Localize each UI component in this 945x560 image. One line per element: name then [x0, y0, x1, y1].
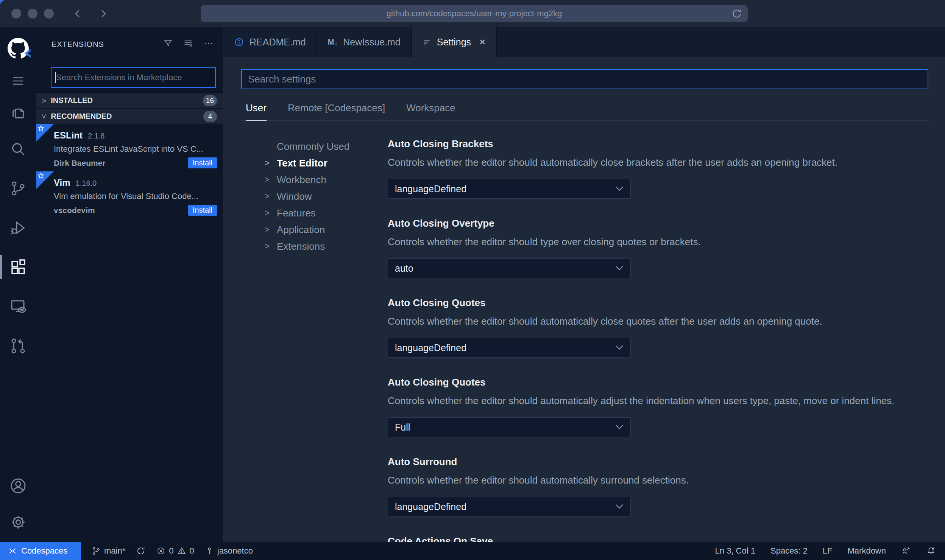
back-icon[interactable] [72, 8, 83, 19]
install-button[interactable]: Install [188, 157, 217, 168]
url-text: github.com/codespaces/user-my-project-mg… [387, 9, 562, 19]
extensions-icon[interactable] [0, 247, 36, 287]
url-bar[interactable]: github.com/codespaces/user-my-project-mg… [201, 5, 748, 22]
tab-readme[interactable]: README.md [223, 27, 317, 57]
traffic-light-zoom[interactable] [44, 9, 54, 19]
tab-settings[interactable]: Settings × [412, 27, 497, 57]
scope-tab-user[interactable]: User [246, 102, 267, 121]
tab-label: NewIssue.md [343, 37, 400, 48]
signed-in-user[interactable]: jasonetco [205, 546, 253, 556]
extension-card-eslint[interactable]: ESLint 2.1.8 Integrates ESLint JavaScrip… [36, 124, 223, 171]
section-label: INSTALLED [51, 96, 93, 105]
editor-area: README.md M↓ NewIssue.md Settings × User [223, 27, 945, 542]
sync-button[interactable] [136, 546, 146, 556]
account-icon[interactable] [0, 469, 36, 502]
setting-title: Auto Closing Quotes [388, 376, 928, 388]
feedback-icon[interactable] [901, 546, 911, 556]
tree-item-extensions[interactable]: >Extensions [265, 238, 388, 255]
chevron-right-icon: > [42, 96, 46, 104]
extension-author: vscodevim [54, 206, 95, 215]
markdown-icon: M↓ [328, 38, 338, 47]
codespaces-remote-button[interactable]: Codespaces [0, 542, 81, 560]
activity-bar [0, 27, 36, 542]
section-label: RECOMMENDED [51, 112, 112, 121]
setting-dropdown[interactable]: languageDefined [388, 179, 631, 199]
chevron-right-icon: > [265, 209, 271, 217]
setting-title: Auto Closing Quotes [388, 297, 928, 309]
settings-entries: Auto Closing Brackets Controls whether t… [388, 138, 928, 542]
setting-dropdown[interactable]: auto [388, 258, 631, 278]
chevron-right-icon: > [265, 159, 271, 167]
installed-count-badge: 16 [203, 95, 217, 106]
setting-auto-closing-overtype: Auto Closing Overtype Controls whether t… [388, 218, 928, 278]
key-icon [205, 546, 214, 555]
extension-card-vim[interactable]: Vim 1.16.0 Vim emulation for Visual Stud… [36, 171, 223, 219]
setting-description: Controls whether the editor should autom… [388, 157, 928, 168]
reload-icon[interactable] [731, 8, 742, 22]
tree-item-features[interactable]: >Features [265, 205, 388, 221]
settings-editor: User Remote [Codespaces] Workspace Commo… [223, 57, 945, 542]
setting-title: Auto Surround [388, 456, 928, 468]
status-bar: Codespaces main* 0 0 jasonetco Ln 3, Col… [0, 542, 945, 560]
close-tab-icon[interactable]: × [479, 36, 485, 48]
setting-title: Auto Closing Overtype [388, 218, 928, 229]
remote-explorer-icon[interactable] [0, 287, 36, 326]
settings-gear-icon[interactable] [0, 502, 36, 542]
git-branch-icon [92, 546, 101, 555]
cursor-position[interactable]: Ln 3, Col 1 [715, 546, 755, 556]
tab-bar: README.md M↓ NewIssue.md Settings × [223, 27, 945, 57]
language-mode[interactable]: Markdown [848, 546, 886, 556]
error-icon [156, 546, 165, 555]
extension-version: 2.1.8 [88, 132, 104, 140]
setting-dropdown[interactable]: languageDefined [388, 338, 631, 358]
github-vscode-logo[interactable] [0, 31, 36, 66]
scope-tab-remote[interactable]: Remote [Codespaces] [288, 102, 385, 120]
tree-item-application[interactable]: >Application [265, 221, 388, 238]
indentation[interactable]: Spaces: 2 [770, 546, 808, 556]
star-icon [37, 172, 45, 180]
chevron-down-icon [615, 504, 624, 509]
setting-description: Controls whether the editor should autom… [388, 395, 928, 407]
menu-icon[interactable] [0, 66, 36, 96]
sync-icon [136, 546, 146, 556]
eol-indicator[interactable]: LF [823, 546, 833, 556]
tree-item-workbench[interactable]: >Workbench [265, 171, 388, 188]
tab-label: Settings [437, 37, 471, 48]
setting-code-actions-on-save: Code Actions On Save [388, 535, 928, 542]
extension-name: ESLint [54, 130, 83, 141]
tab-newissue[interactable]: M↓ NewIssue.md [317, 27, 412, 57]
more-actions-icon[interactable] [203, 38, 214, 50]
recommended-count-badge: 4 [203, 111, 217, 122]
setting-auto-closing-quotes: Auto Closing Quotes Controls whether the… [388, 297, 928, 358]
setting-description: Controls whether the editor should type … [388, 236, 928, 248]
section-recommended[interactable]: > RECOMMENDED 4 [36, 108, 223, 124]
tree-item-commonly-used[interactable]: Commonly Used [265, 138, 388, 155]
tree-item-window[interactable]: >Window [265, 188, 388, 205]
extensions-search-input[interactable] [51, 67, 216, 88]
setting-auto-closing-brackets: Auto Closing Brackets Controls whether t… [388, 138, 928, 199]
browser-window: github.com/codespaces/user-my-project-mg… [0, 0, 945, 560]
scope-tab-workspace[interactable]: Workspace [406, 102, 455, 120]
install-button[interactable]: Install [188, 205, 217, 216]
github-pull-request-icon[interactable] [0, 326, 36, 366]
setting-dropdown[interactable]: languageDefined [388, 497, 631, 516]
source-control-icon[interactable] [0, 169, 36, 208]
settings-search-input[interactable] [241, 69, 928, 89]
run-debug-icon[interactable] [0, 208, 36, 247]
text-cursor [55, 72, 56, 83]
search-icon[interactable] [0, 129, 36, 169]
setting-dropdown[interactable]: Full [388, 417, 631, 437]
branch-indicator[interactable]: main* [92, 546, 125, 556]
clear-extensions-icon[interactable] [183, 38, 193, 50]
traffic-light-minimize[interactable] [28, 9, 37, 19]
notifications-bell-icon[interactable] [926, 546, 936, 556]
tree-item-text-editor[interactable]: >Text Editor [265, 155, 388, 171]
traffic-light-close[interactable] [11, 9, 21, 19]
section-installed[interactable]: > INSTALLED 16 [36, 92, 223, 108]
filter-icon[interactable] [163, 39, 173, 50]
explorer-icon[interactable] [0, 96, 36, 129]
forward-icon[interactable] [98, 8, 109, 19]
sidebar-title: EXTENSIONS [51, 40, 163, 49]
setting-description: Controls whether the editor should autom… [388, 474, 928, 486]
problems-indicator[interactable]: 0 0 [156, 546, 194, 556]
